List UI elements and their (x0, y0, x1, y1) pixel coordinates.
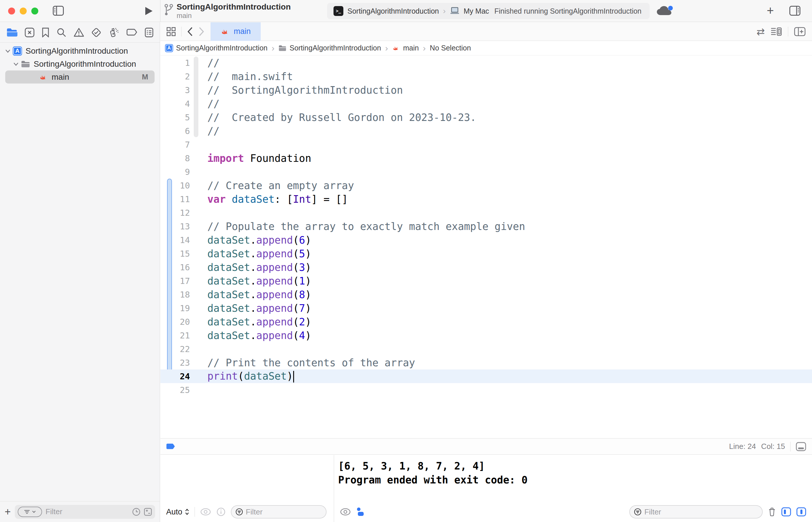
code-line-9[interactable]: 9 (160, 165, 812, 179)
code-line-1[interactable]: 1// (160, 56, 812, 69)
code-line-4[interactable]: 4// (160, 97, 812, 111)
bookmarks-icon[interactable] (42, 27, 49, 37)
variables-filter-field[interactable]: Filter (231, 505, 327, 519)
code-line-14[interactable]: 14dataSet.append(6) (160, 233, 812, 247)
console-line: Program ended with exit code: 0 (338, 473, 812, 487)
code-line-19[interactable]: 19dataSet.append(7) (160, 301, 812, 315)
debug-gauge-icon[interactable] (109, 27, 119, 38)
disclosure-chevron-icon[interactable] (11, 62, 21, 66)
line-number: 11 (160, 194, 190, 204)
swift-icon (392, 44, 400, 52)
code-text: dataSet.append(3) (207, 262, 311, 273)
tests-icon[interactable] (91, 27, 102, 38)
tab-main[interactable]: main (210, 22, 261, 41)
code-line-12[interactable]: 12 (160, 206, 812, 220)
back-icon[interactable] (187, 27, 193, 37)
code-text: import Foundation (207, 153, 311, 164)
code-text: print(dataSet) (207, 370, 294, 382)
code-text: // main.swift (207, 71, 293, 82)
tree-item-main[interactable]: mainM (5, 71, 155, 83)
dock-left-pane-icon[interactable] (781, 507, 791, 517)
code-line-20[interactable]: 20dataSet.append(2) (160, 315, 812, 328)
disclosure-chevron-icon[interactable] (3, 49, 13, 53)
navigator-filter-field[interactable]: Filter (15, 505, 155, 519)
code-text: // (207, 125, 220, 137)
activity-status-text: Finished running SortingAlgorithmIntrodu… (494, 7, 643, 15)
console-eye-icon[interactable] (340, 508, 351, 516)
close-window-button[interactable] (8, 7, 15, 15)
code-line-11[interactable]: 11var dataSet: [Int] = [] (160, 192, 812, 206)
console-filter-field[interactable]: Filter (629, 505, 763, 519)
line-number: 3 (160, 85, 190, 95)
recent-files-icon[interactable] (132, 507, 141, 516)
code-line-16[interactable]: 16dataSet.append(3) (160, 260, 812, 274)
code-text: dataSet.append(5) (207, 248, 311, 260)
swift-icon (39, 73, 48, 82)
console-filter-icon (634, 508, 642, 516)
line-number: 6 (160, 126, 190, 136)
dock-right-pane-icon[interactable] (796, 507, 806, 517)
project-navigator-icon[interactable] (6, 28, 17, 37)
breakpoints-toggle-icon[interactable] (166, 443, 176, 450)
code-line-21[interactable]: 21dataSet.append(4) (160, 328, 812, 342)
run-button[interactable] (144, 6, 153, 16)
code-editor[interactable]: 1//2// main.swift3// SortingAlgorithmInt… (160, 55, 812, 438)
add-tab-button[interactable]: + (767, 5, 774, 17)
right-panel-toggle-icon[interactable] (789, 6, 800, 16)
code-line-5[interactable]: 5// Created by Russell Gordon on 2023-10… (160, 111, 812, 124)
sidebar-toggle-icon[interactable] (53, 6, 64, 16)
breadcrumb-item[interactable]: SortingAlgorithmIntroduction (278, 44, 381, 52)
run-destination[interactable]: My Mac (464, 7, 489, 15)
code-line-23[interactable]: 23// Print the contents of the array (160, 356, 812, 369)
line-number: 9 (160, 167, 190, 177)
add-editor-icon[interactable] (794, 27, 806, 37)
code-text: // Print the contents of the array (207, 357, 415, 368)
scheme-name[interactable]: SortingAlgorithmIntroduction (347, 7, 439, 15)
filter-options-icon[interactable] (18, 507, 42, 517)
info-icon[interactable] (216, 507, 226, 517)
clear-console-icon[interactable] (768, 507, 776, 517)
code-line-10[interactable]: 10// Create an empty array (160, 179, 812, 192)
breadcrumb-item[interactable]: main (392, 44, 419, 52)
variables-scope-label: Auto (166, 507, 182, 517)
activity-status-pill[interactable]: >_ SortingAlgorithmIntroduction › My Mac… (327, 3, 650, 19)
code-line-7[interactable]: 7 (160, 138, 812, 152)
code-line-17[interactable]: 17dataSet.append(1) (160, 274, 812, 288)
code-line-3[interactable]: 3// SortingAlgorithmIntroduction (160, 83, 812, 97)
project-tree: ASortingAlgorithmIntroductionSortingAlgo… (0, 43, 160, 83)
related-items-icon[interactable] (166, 27, 176, 37)
minimize-window-button[interactable] (20, 7, 27, 15)
editor-options-icon[interactable] (771, 27, 782, 37)
variables-scope-select[interactable]: Auto (166, 507, 189, 517)
code-line-13[interactable]: 13// Populate the array to exactly match… (160, 220, 812, 233)
debug-area-toggle-icon[interactable] (796, 442, 806, 451)
console-view[interactable]: [6, 5, 3, 1, 8, 7, 2, 4]Program ended wi… (334, 455, 812, 522)
code-review-icon[interactable]: ⇄ (757, 26, 765, 37)
issues-icon[interactable] (74, 27, 84, 37)
source-control-filter-icon[interactable] (144, 507, 152, 516)
code-line-25[interactable]: 25 (160, 383, 812, 397)
code-line-15[interactable]: 15dataSet.append(5) (160, 247, 812, 260)
code-line-22[interactable]: 22 (160, 342, 812, 356)
navigator-filter-placeholder: Filter (45, 507, 128, 516)
breadcrumb-item[interactable]: ASortingAlgorithmIntroduction (165, 44, 267, 52)
code-line-18[interactable]: 18dataSet.append(8) (160, 288, 812, 301)
add-item-button[interactable]: + (5, 506, 11, 518)
breakpoints-icon[interactable] (126, 28, 138, 37)
tree-item-sortingalgorithmintroduction[interactable]: ASortingAlgorithmIntroduction (0, 44, 160, 57)
quicklook-eye-icon[interactable] (200, 508, 211, 516)
changes-icon[interactable] (25, 27, 35, 37)
code-line-8[interactable]: 8import Foundation (160, 152, 812, 165)
breadcrumb-item[interactable]: No Selection (430, 44, 471, 52)
console-mode-icon[interactable] (356, 507, 365, 517)
code-line-2[interactable]: 2// main.swift (160, 69, 812, 83)
code-line-24[interactable]: 24print(dataSet) (160, 369, 812, 383)
breadcrumb-label: SortingAlgorithmIntroduction (176, 44, 267, 52)
variables-bottom-bar: Auto Filter (160, 502, 333, 522)
find-icon[interactable] (57, 27, 66, 37)
forward-icon[interactable] (198, 27, 205, 37)
zoom-window-button[interactable] (31, 7, 38, 15)
reports-icon[interactable] (145, 27, 154, 37)
code-line-6[interactable]: 6// (160, 124, 812, 138)
tree-item-sortingalgorithmintroduction[interactable]: SortingAlgorithmIntroduction (0, 57, 160, 71)
